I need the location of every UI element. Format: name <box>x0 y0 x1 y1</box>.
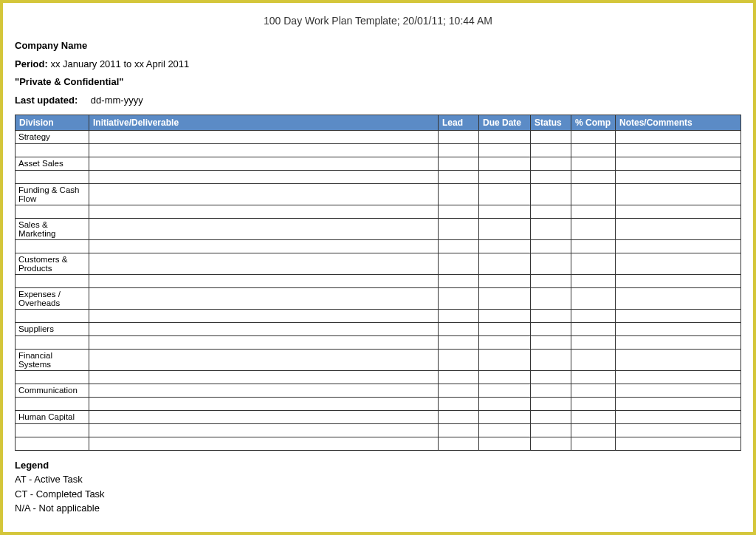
cell[interactable] <box>616 183 741 205</box>
cell[interactable] <box>439 370 479 384</box>
cell[interactable] <box>439 423 479 437</box>
cell[interactable] <box>439 384 479 397</box>
cell-division[interactable]: Communication <box>16 384 89 397</box>
cell[interactable] <box>571 437 616 450</box>
cell[interactable] <box>89 130 439 143</box>
cell[interactable] <box>439 309 479 322</box>
cell[interactable] <box>89 322 439 335</box>
cell[interactable] <box>571 170 616 183</box>
cell-division[interactable]: Human Capital <box>16 410 89 423</box>
cell[interactable] <box>439 170 479 183</box>
cell[interactable] <box>89 287 439 309</box>
cell[interactable] <box>479 253 531 274</box>
cell[interactable] <box>479 370 531 384</box>
cell[interactable] <box>531 287 571 309</box>
cell[interactable] <box>571 205 616 218</box>
cell[interactable] <box>531 274 571 287</box>
cell[interactable] <box>479 143 531 157</box>
cell[interactable] <box>479 274 531 287</box>
cell[interactable] <box>616 397 741 410</box>
cell-division[interactable]: Asset Sales <box>16 157 89 170</box>
cell[interactable] <box>89 309 439 322</box>
cell[interactable] <box>89 349 439 370</box>
cell[interactable] <box>439 253 479 274</box>
cell[interactable] <box>531 170 571 183</box>
cell[interactable] <box>479 397 531 410</box>
cell[interactable] <box>531 183 571 205</box>
cell[interactable] <box>479 384 531 397</box>
cell[interactable] <box>616 253 741 274</box>
cell[interactable] <box>616 309 741 322</box>
cell-division[interactable] <box>16 143 89 157</box>
cell[interactable] <box>89 384 439 397</box>
cell[interactable] <box>531 384 571 397</box>
cell[interactable] <box>571 410 616 423</box>
cell[interactable] <box>439 143 479 157</box>
cell[interactable] <box>89 437 439 450</box>
cell[interactable] <box>531 437 571 450</box>
cell-division[interactable] <box>16 274 89 287</box>
cell[interactable] <box>531 218 571 239</box>
cell[interactable] <box>571 183 616 205</box>
cell[interactable] <box>479 437 531 450</box>
cell-division[interactable]: Financial Systems <box>16 349 89 370</box>
cell[interactable] <box>616 437 741 450</box>
cell[interactable] <box>571 130 616 143</box>
cell[interactable] <box>616 384 741 397</box>
cell[interactable] <box>616 157 741 170</box>
cell[interactable] <box>479 287 531 309</box>
cell[interactable] <box>89 205 439 218</box>
cell[interactable] <box>571 322 616 335</box>
cell[interactable] <box>531 130 571 143</box>
cell[interactable] <box>531 205 571 218</box>
cell[interactable] <box>616 130 741 143</box>
cell[interactable] <box>439 205 479 218</box>
cell[interactable] <box>479 349 531 370</box>
cell[interactable] <box>439 130 479 143</box>
cell[interactable] <box>89 170 439 183</box>
cell[interactable] <box>439 183 479 205</box>
cell[interactable] <box>479 410 531 423</box>
cell[interactable] <box>616 218 741 239</box>
cell[interactable] <box>571 253 616 274</box>
cell-division[interactable]: Funding & Cash Flow <box>16 183 89 205</box>
cell[interactable] <box>571 157 616 170</box>
cell[interactable] <box>571 239 616 253</box>
cell[interactable] <box>571 309 616 322</box>
cell[interactable] <box>439 274 479 287</box>
cell-division[interactable] <box>16 370 89 384</box>
cell[interactable] <box>616 143 741 157</box>
cell[interactable] <box>89 239 439 253</box>
cell[interactable] <box>571 384 616 397</box>
cell[interactable] <box>439 157 479 170</box>
cell[interactable] <box>571 370 616 384</box>
cell[interactable] <box>616 423 741 437</box>
cell[interactable] <box>439 410 479 423</box>
cell[interactable] <box>89 410 439 423</box>
cell-division[interactable]: Suppliers <box>16 322 89 335</box>
cell[interactable] <box>531 370 571 384</box>
cell[interactable] <box>439 335 479 349</box>
cell[interactable] <box>439 218 479 239</box>
cell[interactable] <box>616 335 741 349</box>
cell[interactable] <box>531 143 571 157</box>
cell[interactable] <box>89 183 439 205</box>
cell[interactable] <box>89 157 439 170</box>
cell-division[interactable] <box>16 239 89 253</box>
cell[interactable] <box>571 143 616 157</box>
cell[interactable] <box>616 205 741 218</box>
cell[interactable] <box>479 335 531 349</box>
cell[interactable] <box>531 397 571 410</box>
cell-division[interactable]: Sales & Marketing <box>16 218 89 239</box>
cell[interactable] <box>89 370 439 384</box>
cell[interactable] <box>616 287 741 309</box>
cell[interactable] <box>89 397 439 410</box>
cell[interactable] <box>439 397 479 410</box>
cell-division[interactable] <box>16 170 89 183</box>
cell[interactable] <box>571 397 616 410</box>
cell[interactable] <box>479 157 531 170</box>
cell[interactable] <box>89 335 439 349</box>
cell-division[interactable] <box>16 423 89 437</box>
cell[interactable] <box>531 309 571 322</box>
cell-division[interactable]: Expenses / Overheads <box>16 287 89 309</box>
